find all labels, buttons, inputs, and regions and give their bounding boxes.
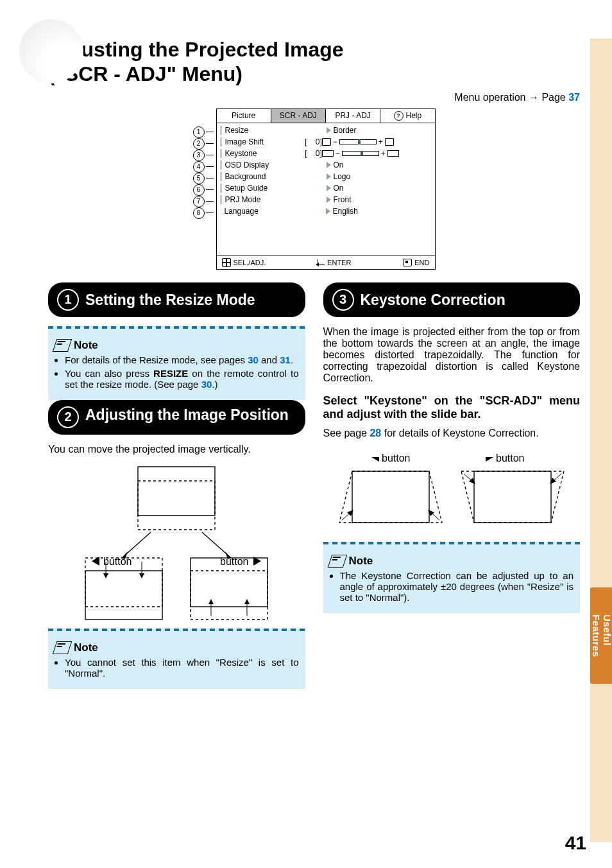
svg-rect-23	[352, 471, 429, 523]
arrow-right-icon	[327, 127, 331, 134]
svg-rect-8	[85, 571, 162, 620]
arrow-right-icon	[327, 185, 331, 191]
osd-row-numbers: 1 2 3 4 5 6 7 8	[193, 108, 216, 219]
svg-text:button: button	[496, 453, 524, 464]
arrow-right-icon	[327, 173, 331, 180]
svg-marker-17	[208, 599, 214, 604]
svg-marker-20	[371, 457, 379, 462]
note-box-2: Note You cannot set this item when "Resi…	[48, 629, 305, 689]
section-heading-1: 1 Setting the Resize Mode	[48, 282, 305, 317]
arrow-right-icon	[327, 162, 331, 168]
section-heading-3: 3 Keystone Correction	[323, 282, 581, 317]
keystone-up-icon	[387, 150, 399, 157]
page-link-30[interactable]: 30	[201, 379, 212, 390]
corner-ornament	[19, 19, 83, 83]
note-item: For details of the Resize mode, see page…	[65, 354, 299, 365]
section-heading-2: 2 Adjusting the Image Position	[48, 400, 305, 435]
svg-marker-11	[103, 573, 108, 578]
svg-marker-19	[244, 599, 250, 604]
svg-marker-28	[486, 457, 493, 462]
arrow-right-icon	[327, 196, 331, 203]
svg-text:button: button	[382, 453, 410, 464]
image-shift-icon	[385, 138, 394, 146]
end-icon	[403, 259, 412, 266]
help-icon: ?	[394, 111, 404, 121]
note-item: You can also press RESIZE on the remote …	[65, 368, 299, 390]
body-text: You can move the projected image vertica…	[48, 444, 305, 455]
page-link-31[interactable]: 31	[280, 354, 291, 365]
note-box-1: Note For details of the Resize mode, see…	[48, 326, 305, 400]
note-icon	[327, 555, 346, 568]
page-link-30[interactable]: 30	[248, 354, 259, 365]
svg-marker-30	[461, 471, 564, 523]
dpad-icon	[222, 258, 231, 267]
svg-rect-31	[474, 471, 551, 523]
keystone-down-icon	[322, 150, 334, 157]
svg-rect-15	[191, 571, 268, 620]
sub-heading: Select "Keystone" on the "SCR-ADJ" menu …	[323, 394, 581, 421]
note-icon	[53, 339, 72, 352]
svg-rect-0	[138, 467, 215, 516]
page-link-28[interactable]: 28	[370, 428, 381, 438]
page-number: 41	[565, 832, 586, 854]
svg-rect-1	[138, 481, 215, 530]
osd-tab-prj-adj: PRJ - ADJ	[326, 109, 380, 123]
osd-tab-picture: Picture	[217, 109, 271, 123]
enter-icon	[318, 259, 325, 265]
osd-tab-help: ?Help	[380, 109, 434, 123]
note-item: The Keystone Correction can be adjusted …	[340, 570, 574, 603]
body-text: When the image is projected either from …	[323, 326, 581, 384]
svg-marker-13	[139, 573, 144, 578]
body-text: See page 28 for details of Keystone Corr…	[323, 428, 581, 439]
arrow-right-icon	[326, 208, 330, 214]
note-icon	[53, 641, 72, 654]
keystone-diagram: button button	[323, 446, 581, 542]
image-shift-icon	[322, 138, 331, 146]
osd-tab-scr-adj: SCR - ADJ	[271, 109, 326, 123]
svg-marker-22	[339, 471, 442, 523]
note-item: You cannot set this item when "Resize" i…	[65, 657, 299, 679]
page-link-37[interactable]: 37	[568, 92, 580, 103]
menu-operation-ref: Menu operation → Page 37	[48, 92, 580, 103]
note-box-3: Note The Keystone Correction can be adju…	[323, 542, 581, 613]
image-shift-diagram: button button	[48, 462, 305, 629]
osd-menu: Picture SCR - ADJ PRJ - ADJ ?Help Resize…	[216, 108, 436, 270]
page-title: Adjusting the Projected Image("SCR - ADJ…	[48, 37, 580, 87]
